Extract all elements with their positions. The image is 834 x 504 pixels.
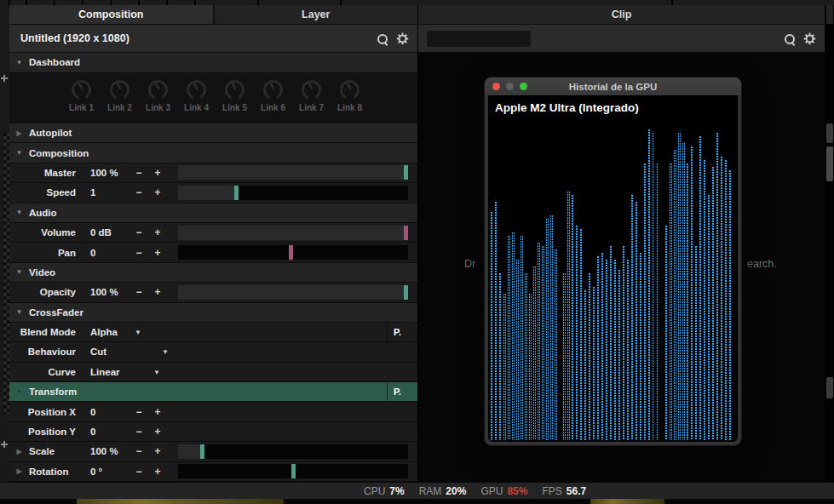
section-header-video[interactable]: ▼Video — [9, 263, 417, 283]
param-row-position-y[interactable]: Position Y0−+ — [9, 422, 417, 442]
scrollbar-segment[interactable] — [826, 377, 833, 398]
slider-marker[interactable] — [404, 285, 408, 300]
knob-icon[interactable] — [302, 80, 321, 100]
knob-icon[interactable] — [187, 80, 206, 100]
tab-layer[interactable]: Layer — [215, 5, 418, 24]
param-row-position-x[interactable]: Position X0−+ — [9, 402, 417, 421]
increment-button[interactable]: + — [148, 445, 167, 457]
close-button[interactable] — [492, 83, 500, 90]
rail-plus-icon[interactable] — [1, 441, 8, 448]
clip-name-input[interactable] — [427, 31, 531, 47]
rail-plus-icon[interactable] — [1, 75, 8, 82]
gear-icon[interactable] — [803, 32, 817, 46]
param-value[interactable]: 0 ° — [83, 467, 129, 477]
param-slider[interactable] — [178, 444, 408, 459]
param-row-scale[interactable]: ▶Scale100 %−+ — [9, 442, 417, 461]
gpu-history-bar — [686, 163, 689, 440]
increment-button[interactable]: + — [148, 466, 167, 478]
param-row-volume[interactable]: Volume0 dB−+ — [9, 223, 417, 243]
slider-marker[interactable] — [404, 165, 408, 180]
slider-marker[interactable] — [291, 464, 296, 478]
param-value[interactable]: 100 % — [83, 446, 129, 456]
param-row-behaviour[interactable]: BehaviourCut▼ — [9, 342, 417, 362]
gpu-history-bar — [545, 218, 549, 440]
section-header-composition[interactable]: ▼Composition — [9, 143, 417, 163]
decrement-button[interactable]: − — [129, 226, 148, 238]
gpu-window-titlebar[interactable]: Historial de la GPU — [485, 77, 741, 95]
knob-icon[interactable] — [110, 80, 129, 100]
slider-marker[interactable] — [200, 444, 204, 459]
knob-icon[interactable] — [263, 80, 283, 100]
increment-button[interactable]: + — [148, 406, 167, 418]
chevron-down-icon[interactable]: ▼ — [153, 368, 160, 375]
chevron-right-icon: ▶ — [9, 467, 29, 475]
decrement-button[interactable]: − — [129, 406, 148, 418]
decrement-button[interactable]: − — [129, 286, 148, 298]
param-value[interactable]: Cut — [83, 346, 129, 357]
chevron-down-icon[interactable]: ▼ — [162, 348, 169, 356]
increment-button[interactable]: + — [148, 247, 167, 259]
param-row-master[interactable]: Master100 %−+ — [9, 163, 417, 183]
param-label: ▶Scale — [9, 446, 83, 456]
section-header-dashboard[interactable]: ▼ Dashboard — [9, 53, 417, 73]
zoom-button[interactable] — [520, 83, 527, 90]
gpu-history-bar — [601, 252, 604, 440]
param-row-opacity[interactable]: Opacity100 %−+ — [9, 283, 417, 302]
increment-button[interactable]: + — [148, 226, 167, 238]
section-header-audio[interactable]: ▼Audio — [9, 203, 417, 223]
scrollbar-segment[interactable] — [826, 123, 833, 143]
param-row-rotation[interactable]: ▶Rotation0 °−+ — [9, 462, 417, 482]
increment-button[interactable]: + — [148, 186, 167, 198]
increment-button[interactable]: + — [148, 286, 167, 298]
param-slider[interactable] — [178, 165, 408, 180]
decrement-button[interactable]: − — [129, 247, 148, 259]
param-value[interactable]: Alpha — [83, 327, 129, 337]
param-row-pan[interactable]: Pan0−+ — [9, 243, 417, 262]
section-header-autopilot[interactable]: ▶Autopilot — [9, 123, 417, 143]
param-slider[interactable] — [178, 464, 408, 478]
param-row-curve[interactable]: CurveLinear▼ — [9, 363, 417, 382]
increment-button[interactable]: + — [148, 426, 167, 438]
param-badge[interactable]: P. — [387, 382, 407, 401]
decrement-button[interactable]: − — [129, 167, 148, 179]
scrollbar-segment[interactable] — [826, 146, 833, 181]
slider-marker[interactable] — [289, 245, 293, 260]
param-slider[interactable] — [178, 245, 408, 260]
param-value[interactable]: 0 — [83, 407, 129, 417]
gpu-history-window[interactable]: Historial de la GPU Apple M2 Ultra (Inte… — [484, 77, 742, 446]
param-value[interactable]: 100 % — [83, 168, 129, 178]
param-row-blend-mode[interactable]: Blend ModeAlpha▼P. — [9, 323, 417, 342]
decrement-button[interactable]: − — [129, 445, 148, 457]
param-slider[interactable] — [178, 186, 408, 200]
search-icon[interactable] — [376, 32, 389, 46]
param-value[interactable]: 100 % — [83, 287, 129, 297]
gear-icon[interactable] — [396, 32, 410, 46]
param-value[interactable]: 1 — [83, 187, 129, 198]
param-slider[interactable] — [178, 285, 408, 300]
param-value[interactable]: 0 — [83, 248, 129, 258]
param-value[interactable]: 0 — [83, 427, 129, 437]
chevron-down-icon[interactable]: ▼ — [135, 329, 141, 336]
param-badge[interactable]: P. — [387, 323, 407, 341]
param-slider[interactable] — [178, 226, 408, 240]
slider-marker[interactable] — [234, 186, 239, 200]
slider-marker[interactable] — [404, 226, 408, 240]
search-icon[interactable] — [783, 32, 797, 46]
tab-composition[interactable]: Composition — [9, 5, 213, 24]
param-value[interactable]: 0 dB — [83, 227, 129, 238]
decrement-button[interactable]: − — [129, 186, 148, 198]
knob-icon[interactable] — [148, 80, 168, 100]
knob-icon[interactable] — [225, 80, 244, 100]
tab-clip[interactable]: Clip — [418, 5, 825, 24]
section-header-crossfader[interactable]: ▼CrossFader — [9, 303, 417, 323]
knob-icon[interactable] — [340, 80, 359, 100]
minimize-button[interactable] — [506, 83, 514, 90]
param-value[interactable]: Linear — [83, 367, 129, 377]
decrement-button[interactable]: − — [129, 466, 148, 478]
section-header-transform[interactable]: ▼TransformP. — [9, 382, 417, 402]
param-row-speed[interactable]: Speed1−+ — [9, 183, 417, 203]
decrement-button[interactable]: − — [129, 426, 148, 438]
knob-notch — [346, 96, 354, 100]
increment-button[interactable]: + — [148, 167, 167, 179]
knob-icon[interactable] — [72, 80, 91, 100]
